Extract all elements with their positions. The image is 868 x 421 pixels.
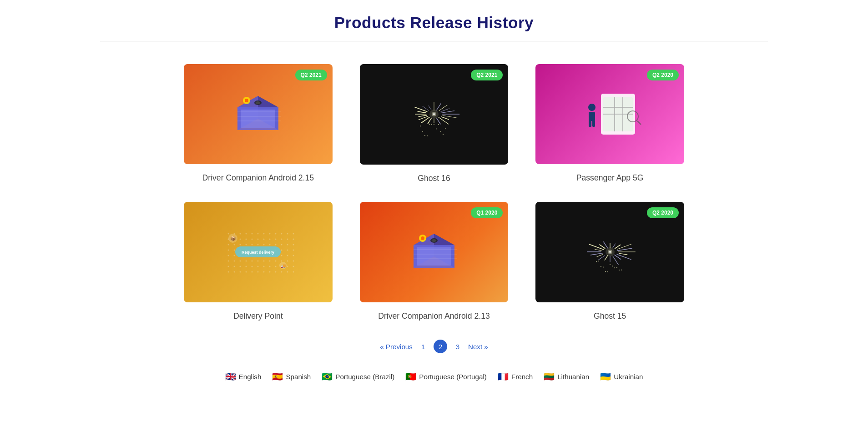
svg-point-123: [257, 261, 259, 262]
language-item-fr[interactable]: 🇫🇷French: [498, 371, 533, 382]
svg-point-5: [256, 101, 260, 104]
svg-point-63: [257, 233, 259, 235]
svg-marker-163: [417, 247, 451, 266]
svg-line-188: [615, 245, 621, 249]
svg-text:📦: 📦: [230, 236, 236, 241]
svg-rect-53: [589, 112, 595, 121]
svg-point-84: [240, 244, 241, 246]
svg-line-183: [589, 245, 604, 250]
svg-point-153: [293, 271, 294, 273]
product-title-delivery-point: Delivery Point: [233, 311, 283, 322]
svg-line-29: [441, 109, 449, 112]
svg-point-130: [228, 266, 229, 267]
language-item-lt[interactable]: 🇱🇹Lithuanian: [544, 371, 589, 382]
svg-point-69: [293, 233, 294, 235]
pagination-page-3[interactable]: 3: [451, 340, 464, 353]
svg-point-94: [228, 250, 229, 251]
svg-point-83: [234, 244, 235, 246]
language-item-pt-pt[interactable]: 🇵🇹Portuguese (Portugal): [405, 371, 487, 382]
language-item-en[interactable]: 🇬🇧English: [225, 371, 262, 382]
svg-line-179: [596, 255, 603, 257]
svg-point-142: [228, 271, 229, 273]
svg-point-10: [245, 99, 248, 102]
svg-point-73: [246, 239, 247, 240]
page-container: Products Release History: [0, 0, 868, 409]
svg-point-120: [240, 261, 241, 262]
pagination-page-2[interactable]: 2: [434, 340, 447, 353]
flag-icon-lt: 🇱🇹: [544, 371, 555, 382]
product-image-wrapper: Q2 2020: [535, 64, 684, 164]
svg-point-58: [228, 233, 229, 235]
svg-point-170: [421, 236, 424, 240]
svg-point-203: [616, 267, 617, 268]
svg-point-196: [601, 266, 601, 267]
product-title-ghost-16: Ghost 16: [418, 173, 450, 184]
svg-point-89: [269, 244, 271, 246]
language-item-uk[interactable]: 🇺🇦Ukrainian: [600, 371, 643, 382]
language-label-es: Spanish: [286, 373, 311, 381]
card-illustration: Request delivery 📦 🚚: [184, 202, 333, 302]
svg-point-37: [427, 135, 428, 136]
svg-line-27: [436, 104, 441, 110]
svg-point-105: [293, 250, 294, 251]
product-card-ghost-16[interactable]: Q2 2021Ghost 16: [360, 64, 509, 184]
svg-point-165: [432, 239, 436, 242]
divider: [100, 41, 768, 41]
svg-point-125: [269, 261, 271, 262]
product-badge-driver-companion-213: Q1 2020: [471, 207, 503, 218]
svg-point-121: [246, 261, 247, 262]
language-label-lt: Lithuanian: [557, 373, 589, 381]
svg-point-152: [287, 271, 288, 273]
svg-point-136: [263, 266, 265, 267]
language-item-pt-br[interactable]: 🇧🇷Portuguese (Brazil): [322, 371, 394, 382]
product-card-passenger-app-5g[interactable]: Q2 2020Passenger App 5G: [535, 64, 684, 184]
svg-point-82: [228, 244, 229, 246]
flag-icon-es: 🇪🇸: [272, 371, 283, 382]
svg-point-62: [252, 233, 253, 235]
svg-point-201: [612, 266, 613, 267]
svg-line-173: [616, 255, 631, 260]
svg-point-78: [275, 239, 277, 240]
svg-point-66: [275, 233, 277, 235]
product-image-wrapper: Request delivery 📦 🚚: [184, 202, 333, 302]
svg-rect-54: [589, 120, 591, 127]
svg-point-149: [269, 271, 271, 273]
svg-text:🚚: 🚚: [281, 263, 286, 269]
pagination-next[interactable]: Next »: [468, 343, 488, 351]
svg-point-75: [257, 239, 259, 240]
svg-point-129: [293, 261, 294, 262]
svg-point-133: [246, 266, 247, 267]
product-title-driver-companion-215: Driver Companion Android 2.15: [202, 172, 314, 184]
language-label-pt-br: Portuguese (Brazil): [335, 373, 394, 381]
svg-line-12: [443, 115, 457, 118]
svg-point-118: [228, 261, 229, 262]
svg-point-205: [621, 270, 622, 271]
flag-icon-en: 🇬🇧: [225, 371, 236, 382]
svg-point-193: [609, 251, 611, 253]
product-card-ghost-15[interactable]: Q2 2020Ghost 15: [535, 202, 684, 321]
product-badge-ghost-15: Q2 2020: [647, 207, 679, 218]
svg-point-33: [433, 113, 435, 115]
svg-point-197: [603, 267, 604, 268]
svg-point-44: [443, 134, 444, 135]
svg-line-172: [619, 253, 627, 255]
svg-point-77: [269, 239, 271, 240]
product-badge-passenger-app-5g: Q2 2020: [647, 70, 679, 80]
product-card-driver-companion-215[interactable]: Q2 2021Driver Companion Android 2.15: [184, 64, 333, 184]
svg-line-178: [598, 256, 605, 260]
product-card-driver-companion-213[interactable]: Q1 2020Driver Companion Android 2.13: [360, 202, 509, 321]
svg-line-13: [441, 117, 449, 120]
svg-point-144: [240, 271, 241, 273]
pagination-page-1[interactable]: 1: [416, 340, 430, 353]
svg-point-90: [275, 244, 277, 246]
svg-line-57: [637, 121, 641, 125]
page-title: Products Release History: [9, 14, 859, 32]
product-card-delivery-point[interactable]: Request delivery 📦 🚚 Delivery Point: [184, 202, 333, 321]
svg-point-45: [445, 128, 446, 129]
pagination-prev[interactable]: « Previous: [380, 343, 413, 351]
svg-point-76: [263, 239, 265, 240]
product-image-wrapper: Q1 2020: [360, 202, 509, 302]
svg-point-36: [424, 135, 425, 136]
svg-point-106: [228, 255, 229, 256]
language-item-es[interactable]: 🇪🇸Spanish: [272, 371, 311, 382]
